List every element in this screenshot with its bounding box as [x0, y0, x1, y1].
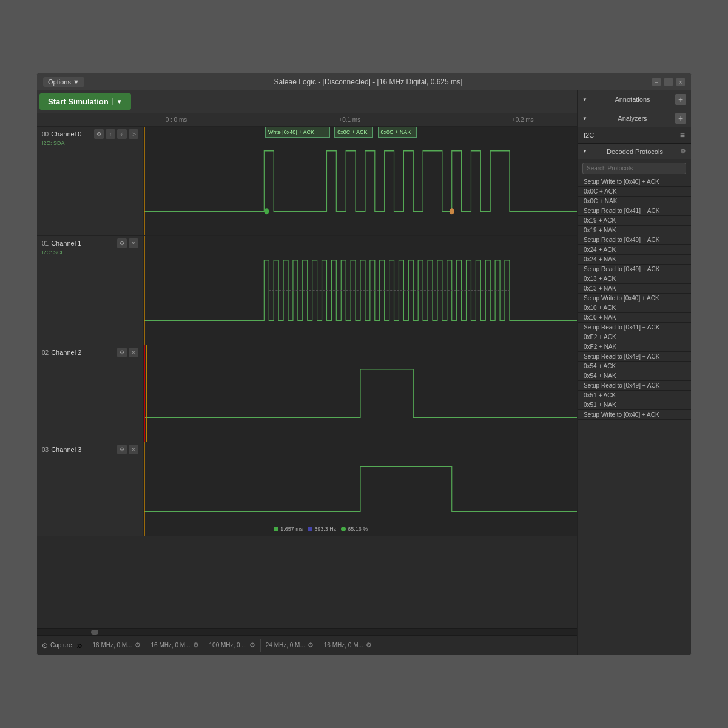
- bottom-ch2: 100 MHz, 0 ... ⚙: [209, 641, 255, 649]
- channel-3-waveform: 1.657 ms 393.3 Hz 65.16 %: [144, 442, 577, 536]
- protocol-item[interactable]: 0x54 + ACK: [578, 362, 691, 371]
- channel-3-svg: [144, 442, 577, 536]
- channel-1-close[interactable]: ×: [129, 238, 138, 248]
- right-panel: ▼ Annotations + ▼ Analyzers + I2C ≡: [577, 90, 691, 655]
- analyzers-add-button[interactable]: +: [675, 113, 686, 124]
- horizontal-scrollbar[interactable]: [37, 628, 577, 635]
- protocol-item[interactable]: 0x51 + ACK: [578, 391, 691, 400]
- channel-row-3: 03 Channel 3 ⚙ ×: [37, 442, 577, 536]
- divider-5: [318, 639, 319, 652]
- decoded-protocols-triangle: ▼: [582, 149, 587, 154]
- protocol-item[interactable]: 0x10 + NAK: [578, 313, 691, 323]
- capture-label: Capture: [50, 642, 72, 649]
- bottom-bar: ⊙ Capture » 16 MHz, 0 M... ⚙ 16 MHz, 0 M…: [37, 635, 577, 655]
- marker-dot-1: [450, 208, 454, 214]
- protocol-item[interactable]: Setup Read to [0x49] + ACK: [578, 352, 691, 362]
- protocol-item[interactable]: Setup Read to [0x49] + ACK: [578, 235, 691, 245]
- protocol-item[interactable]: Setup Read to [0x41] + ACK: [578, 323, 691, 332]
- forward-icon[interactable]: »: [77, 640, 83, 651]
- channel-0-gear[interactable]: ⚙: [94, 129, 104, 139]
- channel-row-1: 01 Channel 1 ⚙ × I2C: SCL: [37, 236, 577, 345]
- channel-1-controls: ⚙ ×: [117, 238, 138, 248]
- protocol-item[interactable]: 0xF2 + NAK: [578, 342, 691, 352]
- protocol-item[interactable]: Setup Write to [0x40] + ACK: [578, 410, 691, 420]
- protocol-item[interactable]: 0x13 + NAK: [578, 284, 691, 294]
- annotations-header[interactable]: ▼ Annotations +: [578, 90, 691, 109]
- decoded-protocols-gear[interactable]: ⚙: [680, 147, 686, 155]
- channel-3-name: Channel 3: [51, 446, 117, 453]
- search-protocols-input[interactable]: [582, 163, 686, 174]
- bottom-ch3-gear[interactable]: ⚙: [308, 641, 314, 649]
- protocol-item[interactable]: 0x19 + ACK: [578, 216, 691, 226]
- channel-1-waveform: [144, 236, 577, 345]
- analyzers-header[interactable]: ▼ Analyzers +: [578, 109, 691, 127]
- channel-2-close[interactable]: ×: [129, 348, 138, 357]
- protocol-item[interactable]: Setup Write to [0x40] + ACK: [578, 294, 691, 303]
- window-title: Saleae Logic - [Disconnected] - [16 MHz …: [84, 78, 652, 86]
- bottom-ch1-gear[interactable]: ⚙: [193, 641, 199, 649]
- bottom-ch4-gear[interactable]: ⚙: [366, 641, 372, 649]
- protocol-item[interactable]: 0x10 + ACK: [578, 303, 691, 313]
- channel-0-name: Channel 0: [51, 130, 94, 138]
- channel-2-svg: [144, 345, 577, 442]
- protocol-item[interactable]: 0x13 + ACK: [578, 274, 691, 284]
- channel-label-2: 02 Channel 2 ⚙ ×: [37, 345, 144, 442]
- channel-1-header: 01 Channel 1 ⚙ ×: [42, 238, 138, 248]
- protocol-list: Setup Write to [0x40] + ACK 0x0C + ACK 0…: [578, 177, 691, 420]
- protocol-item[interactable]: 0xF2 + ACK: [578, 332, 691, 342]
- analyzers-section: ▼ Analyzers + I2C ≡: [578, 109, 691, 144]
- channel-2-gear[interactable]: ⚙: [117, 348, 127, 357]
- channel-2-controls: ⚙ ×: [117, 348, 138, 357]
- main-area: Start Simulation ▼ 0 : 0 ms +0.1 ms +0.2…: [37, 90, 691, 655]
- bottom-ch2-gear[interactable]: ⚙: [249, 641, 255, 649]
- channels-area: 00 Channel 0 ⚙ ↑ ↲ ▷ I2C: SDA: [37, 127, 577, 628]
- channel-3-controls: ⚙ ×: [117, 445, 138, 454]
- app-window: Options ▼ Saleae Logic - [Disconnected] …: [36, 73, 692, 655]
- analyzer-i2c-label: I2C: [584, 132, 594, 139]
- start-sim-label: Start Simulation: [48, 97, 109, 106]
- channel-2-waveform: [144, 345, 577, 442]
- protocol-item[interactable]: Setup Write to [0x40] + ACK: [578, 177, 691, 187]
- bottom-ch0: 16 MHz, 0 M... ⚙: [92, 641, 140, 649]
- bottom-ch0-gear[interactable]: ⚙: [135, 641, 141, 649]
- close-button[interactable]: ×: [676, 78, 685, 86]
- bottom-ch3: 24 MHz, 0 M... ⚙: [266, 641, 314, 649]
- minimize-button[interactable]: −: [652, 78, 661, 86]
- meas-time-value: 1.657 ms: [280, 526, 303, 532]
- time-mark-1: +0.1 ms: [339, 116, 360, 123]
- protocol-item[interactable]: 0x51 + NAK: [578, 400, 691, 410]
- title-bar: Options ▼ Saleae Logic - [Disconnected] …: [37, 73, 691, 90]
- annotations-add-button[interactable]: +: [675, 94, 686, 105]
- channel-0-expand[interactable]: ▷: [129, 129, 138, 139]
- options-button[interactable]: Options ▼: [43, 77, 84, 87]
- dropdown-arrow-icon: ▼: [112, 98, 123, 105]
- decoded-protocols-header[interactable]: ▼ Decoded Protocols ⚙: [578, 144, 691, 159]
- channel-0-up[interactable]: ↑: [106, 129, 115, 139]
- channel-1-gear[interactable]: ⚙: [117, 238, 127, 248]
- capture-button[interactable]: ⊙ Capture: [42, 641, 72, 650]
- meas-dot-time: [274, 527, 278, 531]
- analyzers-label: Analyzers: [618, 115, 647, 122]
- start-simulation-button[interactable]: Start Simulation ▼: [39, 93, 131, 110]
- annotations-section: ▼ Annotations +: [578, 90, 691, 109]
- protocol-item[interactable]: 0x54 + NAK: [578, 371, 691, 381]
- protocol-item[interactable]: Setup Read to [0x49] + ACK: [578, 265, 691, 274]
- protocol-item[interactable]: 0x0C + NAK: [578, 197, 691, 206]
- protocol-item[interactable]: 0x24 + ACK: [578, 245, 691, 255]
- protocol-item[interactable]: 0x0C + ACK: [578, 187, 691, 197]
- bottom-ch1-label: 16 MHz, 0 M...: [151, 642, 190, 649]
- channel-0-back[interactable]: ↲: [117, 129, 127, 139]
- protocol-item[interactable]: 0x24 + NAK: [578, 255, 691, 265]
- bottom-ch0-label: 16 MHz, 0 M...: [92, 642, 132, 649]
- protocol-item[interactable]: 0x19 + NAK: [578, 226, 691, 235]
- analyzer-i2c-menu[interactable]: ≡: [680, 130, 685, 140]
- channel-3-close[interactable]: ×: [129, 445, 138, 454]
- protocol-item[interactable]: Setup Read to [0x41] + ACK: [578, 206, 691, 216]
- analyzers-triangle: ▼: [582, 116, 587, 121]
- channel-1-svg: [144, 236, 577, 345]
- maximize-button[interactable]: □: [664, 78, 673, 86]
- channel-3-gear[interactable]: ⚙: [117, 445, 127, 454]
- protocol-item[interactable]: Setup Read to [0x49] + ACK: [578, 381, 691, 391]
- channel-label-0: 00 Channel 0 ⚙ ↑ ↲ ▷ I2C: SDA: [37, 127, 144, 235]
- scrollbar-thumb[interactable]: [91, 630, 98, 635]
